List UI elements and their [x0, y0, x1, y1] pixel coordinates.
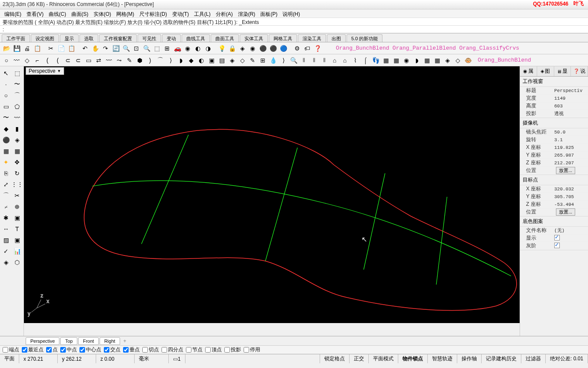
- osnap-point[interactable]: 点: [46, 346, 58, 353]
- t2-12-icon[interactable]: ⤳: [115, 56, 124, 65]
- shade-icon[interactable]: ◐: [193, 44, 203, 53]
- osnap-tan[interactable]: 切点: [142, 346, 159, 353]
- lock-icon[interactable]: 🔒: [227, 44, 237, 53]
- extrude-icon[interactable]: ▮: [12, 124, 22, 134]
- sphere2-icon[interactable]: ⚫: [268, 44, 278, 53]
- t2-46-icon[interactable]: 🐵: [463, 56, 473, 65]
- render2-icon[interactable]: ◈: [1, 257, 11, 267]
- layers-icon[interactable]: ◈: [238, 44, 247, 53]
- t2-32-icon[interactable]: ⫴: [320, 56, 329, 65]
- tab-cplane[interactable]: 工作平面: [2, 34, 30, 42]
- menu-render[interactable]: 渲染(R): [235, 10, 258, 17]
- t2-41-icon[interactable]: ◗: [412, 56, 421, 65]
- menu-solid[interactable]: 实体(O): [91, 10, 114, 17]
- osnap-disable[interactable]: 停用: [244, 346, 260, 353]
- t2-22-icon[interactable]: ▤: [217, 56, 226, 65]
- osnap-knot[interactable]: 节点: [186, 346, 203, 353]
- menu-view[interactable]: 查看(V): [24, 10, 46, 17]
- panel-tab-layers[interactable]: ◈图: [537, 66, 554, 76]
- t2-28-icon[interactable]: ⟩: [279, 56, 288, 65]
- viewport-dropdown-icon[interactable]: ▼: [57, 69, 61, 73]
- star-icon[interactable]: ✦: [1, 157, 11, 167]
- rotate-icon[interactable]: 🔄: [111, 44, 121, 53]
- paste-icon[interactable]: 📋: [32, 44, 42, 53]
- prop-tgt-y[interactable]: 305.705: [554, 194, 588, 199]
- prop-width[interactable]: 1149: [554, 96, 588, 101]
- t2-33-icon[interactable]: ⌂: [330, 56, 339, 65]
- zoom-window-icon[interactable]: ⬚: [152, 44, 162, 53]
- panel-tab-help[interactable]: ❓说: [571, 66, 588, 76]
- tab-display[interactable]: 显示: [60, 34, 79, 42]
- fillet-icon[interactable]: ⌒: [1, 190, 11, 201]
- t2-11-icon[interactable]: 〰: [104, 56, 114, 65]
- menu-panels[interactable]: 面板(P): [258, 10, 280, 17]
- command-line[interactable]: :: [0, 26, 588, 33]
- mesh2-icon[interactable]: ▦: [12, 146, 22, 156]
- osnap-near[interactable]: 最近点: [22, 346, 44, 353]
- menu-dimension[interactable]: 尺寸标注(D): [137, 10, 170, 17]
- analysis-icon[interactable]: 📊: [12, 246, 22, 256]
- array-icon[interactable]: ⋮⋮: [12, 179, 22, 190]
- osnap-mid[interactable]: 中点: [60, 346, 77, 353]
- t2-40-icon[interactable]: ◉: [402, 56, 411, 65]
- prop-projection[interactable]: 透视: [554, 110, 588, 117]
- prop-rotation[interactable]: 3.1: [554, 137, 588, 142]
- tab-select[interactable]: 选取: [79, 34, 98, 42]
- explode-icon[interactable]: ✱: [1, 213, 11, 223]
- t2-10-icon[interactable]: ⇄: [94, 56, 103, 65]
- curve-icon[interactable]: 〜: [12, 79, 22, 89]
- block-icon[interactable]: ▣: [12, 235, 22, 245]
- osnap-vert[interactable]: 顶点: [205, 346, 222, 353]
- menu-analyze[interactable]: 分析(A): [213, 10, 235, 17]
- dim-icon[interactable]: ↔: [1, 224, 11, 234]
- pan-icon[interactable]: ✋: [91, 44, 100, 53]
- zoom-ext-icon[interactable]: ⊡: [132, 44, 141, 53]
- prop-cam-x[interactable]: 119.825: [554, 145, 588, 150]
- prop-cam-y[interactable]: 265.987: [554, 153, 588, 158]
- sphere3-icon[interactable]: 🔵: [279, 44, 288, 53]
- join-icon[interactable]: ⊕: [12, 202, 22, 212]
- prop-cam-z[interactable]: 212.207: [554, 160, 588, 166]
- t2-35-icon[interactable]: ⌇: [350, 56, 360, 65]
- t2-9-icon[interactable]: ▭: [84, 56, 93, 65]
- help-icon[interactable]: ❓: [313, 44, 322, 53]
- print-icon[interactable]: 🖨: [22, 44, 32, 53]
- t2-3-icon[interactable]: ◇: [22, 56, 32, 65]
- tab-rendertools[interactable]: 渲染工具: [298, 34, 326, 42]
- status-gridsnap[interactable]: 锁定格点: [320, 354, 350, 363]
- t2-2-icon[interactable]: 〰: [12, 56, 21, 65]
- menu-surface[interactable]: 曲面(S): [69, 10, 91, 17]
- trim-icon[interactable]: ✂: [12, 190, 22, 201]
- tab-viewport[interactable]: 工作视窗配置: [99, 34, 137, 42]
- solid-icon[interactable]: ◈: [12, 135, 22, 145]
- status-layer[interactable]: ▭1: [169, 354, 185, 363]
- arrow-icon[interactable]: ↖: [1, 68, 11, 78]
- place-cam-button[interactable]: 放置...: [556, 167, 575, 174]
- osnap-int[interactable]: 交点: [104, 346, 121, 353]
- spline2-icon[interactable]: 〰: [12, 113, 22, 123]
- open-icon[interactable]: 📂: [2, 44, 11, 53]
- status-osnap[interactable]: 物件锁点: [398, 354, 428, 363]
- t2-44-icon[interactable]: ◈: [443, 56, 452, 65]
- osnap-end[interactable]: 端点: [3, 346, 19, 353]
- ghosted-icon[interactable]: ◑: [203, 44, 213, 53]
- t2-39-icon[interactable]: ▦: [391, 56, 401, 65]
- t2-36-icon[interactable]: ⌠: [361, 56, 370, 65]
- circle-icon[interactable]: ○: [1, 90, 11, 101]
- spline-icon[interactable]: 〜: [1, 113, 11, 123]
- scale-icon[interactable]: ⤢: [1, 179, 11, 190]
- tab-meshtools[interactable]: 网格工具: [269, 34, 297, 42]
- t2-31-icon[interactable]: ⫴: [309, 56, 319, 65]
- t2-34-icon[interactable]: ⌂: [340, 56, 350, 65]
- t2-43-icon[interactable]: ▦: [432, 56, 442, 65]
- menu-transform[interactable]: 变动(T): [170, 10, 191, 17]
- status-gumball[interactable]: 操作轴: [457, 354, 482, 363]
- viewport-label[interactable]: Perspective▼: [26, 67, 64, 75]
- hatch-icon[interactable]: ▨: [1, 235, 11, 245]
- render-icon[interactable]: ◉: [183, 44, 192, 53]
- t2-25-icon[interactable]: ✎: [248, 56, 257, 65]
- t2-13-icon[interactable]: ✎: [125, 56, 134, 65]
- t2-8-icon[interactable]: ⊂: [74, 56, 83, 65]
- cut-icon[interactable]: ✂: [46, 44, 56, 53]
- t2-14-icon[interactable]: ⬢: [135, 56, 144, 65]
